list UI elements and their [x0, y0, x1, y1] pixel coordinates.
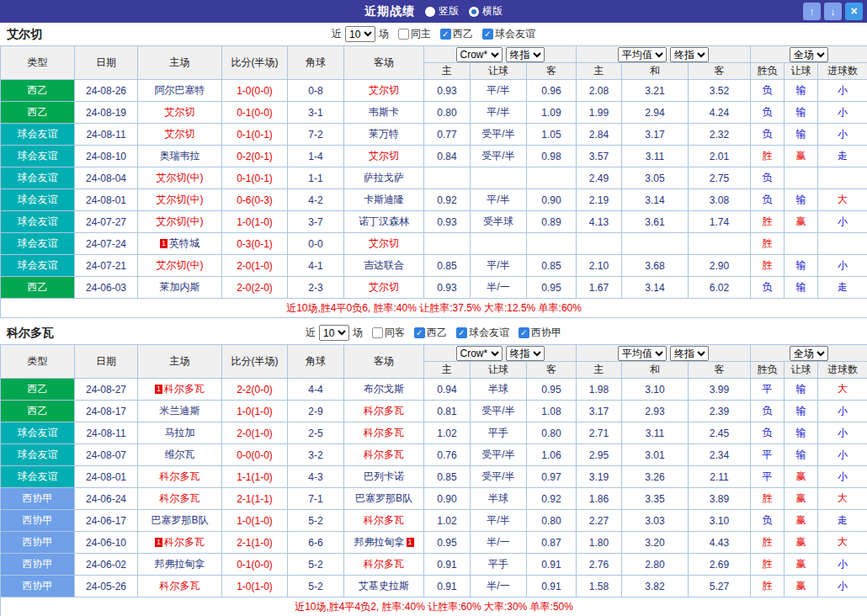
match-date: 24-08-11	[75, 422, 138, 444]
home-team-cell[interactable]: 米兰迪斯	[138, 401, 222, 422]
filter-checkbox-西乙[interactable]: 西乙	[414, 326, 447, 340]
checkbox-label: 球会友谊	[469, 326, 509, 340]
home-team-cell[interactable]: 1科尔多瓦	[138, 379, 222, 401]
window-buttons: ↑ ↓ ×	[803, 3, 863, 20]
home-team-cell[interactable]: 艾尔切(中)	[138, 167, 222, 189]
away-team-cell[interactable]: 科尔多瓦	[344, 422, 424, 444]
odds-view-select[interactable]: Crow*	[456, 346, 503, 361]
filter-checkbox-球会友谊[interactable]: 球会友谊	[482, 27, 535, 41]
match-type-badge: 西协甲	[1, 488, 75, 510]
odds-view-select[interactable]: 平均值	[618, 346, 667, 361]
scroll-up-button[interactable]: ↑	[803, 3, 821, 20]
result-goals: 大	[818, 532, 867, 554]
home-team-cell[interactable]: 艾尔切	[138, 102, 222, 124]
odds-view-select[interactable]: Crow*	[456, 47, 503, 62]
odds-view-select[interactable]: 终指	[670, 47, 709, 62]
col-subheader: 胜负	[751, 362, 785, 379]
away-team-cell[interactable]: 科尔多瓦	[344, 401, 424, 422]
home-team-cell[interactable]: 阿尔巴塞特	[138, 80, 222, 102]
home-team-cell[interactable]: 科尔多瓦	[138, 576, 222, 597]
odds-view-select[interactable]: 全场	[790, 47, 828, 62]
odds-view-select[interactable]: 终指	[506, 346, 545, 361]
home-team-cell[interactable]: 莱加内斯	[138, 277, 222, 299]
home-team-cell[interactable]: 1英特城	[138, 233, 222, 255]
filter-checkbox-西乙[interactable]: 西乙	[440, 27, 473, 41]
home-team-name: 艾尔切(中)	[157, 259, 204, 271]
away-team-cell[interactable]: 艾尔切	[344, 277, 424, 299]
odds-view-select[interactable]: 终指	[670, 346, 709, 361]
odds-value: 0.81	[424, 401, 471, 422]
away-team-cell[interactable]: 艾基史拉斯	[344, 576, 424, 597]
odds-view-select[interactable]: 全场	[790, 346, 828, 361]
away-team-cell[interactable]: 莱万特	[344, 124, 424, 146]
home-team-cell[interactable]: 邦弗拉甸拿	[138, 554, 222, 576]
odds-value: 3.01	[622, 444, 689, 466]
red-card-badge: 1	[160, 239, 168, 248]
odds-value: 平/半	[471, 80, 527, 102]
away-team-cell[interactable]: 吉达联合	[344, 255, 424, 277]
layout-radio-horizontal[interactable]: 横版	[469, 4, 503, 19]
odds-value: 3.57	[577, 146, 622, 167]
odds-value: 平手	[471, 422, 527, 444]
match-count-select[interactable]: 10	[345, 26, 375, 42]
home-team-cell[interactable]: 艾尔切	[138, 124, 222, 146]
home-team-cell[interactable]: 科尔多瓦	[138, 488, 222, 510]
home-team-cell[interactable]: 1科尔多瓦	[138, 532, 222, 554]
odds-view-select[interactable]: 终指	[506, 47, 545, 62]
home-team-cell[interactable]: 马拉加	[138, 422, 222, 444]
filter-checkbox-同主[interactable]: 同主	[398, 27, 431, 41]
filter-checkbox-同客[interactable]: 同客	[372, 326, 405, 340]
odds-view-select[interactable]: 平均值	[618, 47, 667, 62]
away-team-cell[interactable]: 邦弗拉甸拿1	[344, 532, 424, 554]
away-team-cell[interactable]: 艾尔切	[344, 233, 424, 255]
away-team-cell[interactable]: 巴塞罗那B队	[344, 488, 424, 510]
home-team-cell[interactable]: 维尔瓦	[138, 444, 222, 466]
away-team-cell[interactable]: 韦斯卡	[344, 102, 424, 124]
odds-value: 半球	[471, 379, 527, 401]
away-team-cell[interactable]: 艾尔切	[344, 146, 424, 167]
layout-radio-vertical[interactable]: 竖版	[425, 4, 459, 19]
away-team-cell[interactable]: 科尔多瓦	[344, 510, 424, 532]
corner-score: 6-6	[288, 532, 344, 554]
home-team-cell[interactable]: 艾尔切(中)	[138, 211, 222, 233]
match-count-select[interactable]: 10	[319, 325, 349, 341]
home-team-cell[interactable]: 艾尔切(中)	[138, 189, 222, 211]
odds-value: 3.14	[622, 277, 689, 299]
filter-checkbox-球会友谊[interactable]: 球会友谊	[456, 326, 509, 340]
match-date: 24-06-03	[75, 277, 138, 299]
odds-value: 2.90	[689, 255, 751, 277]
away-team-cell[interactable]: 科尔多瓦	[344, 444, 424, 466]
corner-score: 4-3	[288, 466, 344, 488]
odds-value: 0.89	[527, 211, 577, 233]
away-team-cell[interactable]: 萨拉戈萨	[344, 167, 424, 189]
away-team-cell[interactable]: 科尔多瓦	[344, 554, 424, 576]
team-section: 科尔多瓦近10场同客西乙球会友谊西协甲类型日期主场比分(半场)角球客场Crow*…	[0, 321, 867, 616]
home-team-cell[interactable]: 艾尔切(中)	[138, 255, 222, 277]
odds-value: 0.80	[527, 510, 577, 532]
corner-score: 2-9	[288, 401, 344, 422]
odds-value: 3.11	[622, 422, 689, 444]
summary-row: 近10场,胜4平0负6, 胜率:40% 让胜率:37.5% 大率:12.5% 单…	[1, 299, 867, 318]
odds-value: 2.84	[577, 124, 622, 146]
score: 2-0(1-0)	[222, 422, 288, 444]
away-team-cell[interactable]: 巴列卡诺	[344, 466, 424, 488]
checkbox-label: 同客	[385, 326, 405, 340]
scroll-down-button[interactable]: ↓	[824, 3, 842, 20]
corner-score: 7-2	[288, 124, 344, 146]
home-team-cell[interactable]: 巴塞罗那B队	[138, 510, 222, 532]
home-team-cell[interactable]: 奥瑞韦拉	[138, 146, 222, 167]
close-button[interactable]: ×	[845, 3, 863, 20]
away-team-cell[interactable]: 卡斯迪隆	[344, 189, 424, 211]
odds-value	[471, 167, 527, 189]
odds-value: 3.11	[622, 146, 689, 167]
result-winloss: 负	[751, 167, 785, 189]
result-winloss: 胜	[751, 233, 785, 255]
filter-checkbox-西协甲[interactable]: 西协甲	[519, 326, 561, 340]
result-handicap: 输	[785, 444, 818, 466]
result-handicap: 输	[785, 124, 818, 146]
home-team-cell[interactable]: 科尔多瓦	[138, 466, 222, 488]
away-team-cell[interactable]: 艾尔切	[344, 80, 424, 102]
away-team-cell[interactable]: 诺丁汉森林	[344, 211, 424, 233]
match-row: 球会友谊24-08-11艾尔切0-1(0-1)7-2莱万特0.77受平/半1.0…	[1, 124, 867, 146]
away-team-cell[interactable]: 布尔戈斯	[344, 379, 424, 401]
